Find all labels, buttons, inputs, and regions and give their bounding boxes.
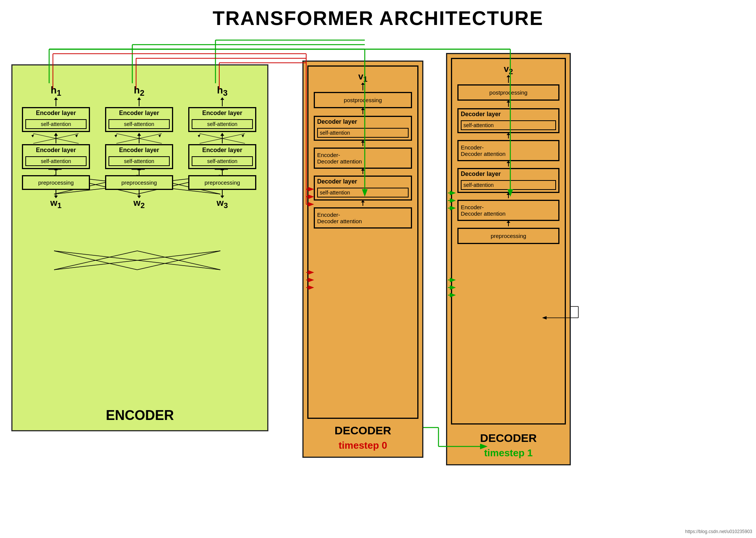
svg-marker-17 [54, 133, 58, 136]
svg-marker-20 [75, 134, 78, 137]
dec2-enc-dec-attention-bottom: Encoder-Decoder attention [457, 200, 559, 221]
enc-col1-header: h1 [20, 84, 92, 98]
decoder-2-block: v2 postprocessing Decoder layer self-att… [446, 53, 571, 465]
svg-marker-32 [242, 134, 244, 137]
enc-col3-layer2: Encoder layer self-attention [188, 107, 256, 132]
dec2-bottom-layer: Decoder layer self-attention [457, 168, 559, 193]
enc-col1-w: w1 [20, 197, 92, 210]
dec2-preprocessing: preprocessing [457, 228, 559, 244]
dec1-bottom-layer: Decoder layer self-attention [314, 176, 412, 201]
enc-col3-preprocessing: preprocessing [188, 175, 256, 190]
svg-marker-23 [137, 133, 141, 136]
svg-line-2 [54, 251, 137, 270]
enc-col2-header: h2 [103, 84, 175, 98]
svg-marker-27 [115, 134, 117, 137]
enc-col2-layer1: Encoder layer self-attention [105, 144, 173, 169]
svg-line-4 [54, 251, 220, 270]
svg-marker-21 [31, 134, 34, 137]
enc-col3-layer1: Encoder layer self-attention [188, 144, 256, 169]
enc-col2-layer2: Encoder layer self-attention [105, 107, 173, 132]
svg-line-1 [54, 251, 220, 270]
dec2-v-label: v2 [504, 64, 513, 76]
svg-marker-29 [220, 133, 224, 136]
enc-col1-preprocessing: preprocessing [22, 175, 90, 190]
svg-line-5 [137, 251, 220, 270]
diagram-area: h1 Encoder layer self-attention [0, 30, 756, 538]
encoder-label: ENCODER [12, 407, 267, 423]
enc-col2-w: w2 [103, 197, 175, 210]
dec1-v-label: v1 [358, 71, 367, 84]
enc-col1-layer2: Encoder layer self-attention [22, 107, 90, 132]
enc-col1-layer1: Encoder layer self-attention [22, 144, 90, 169]
enc-col3-header: h3 [186, 84, 258, 98]
decoder-1-label: DECODER [304, 424, 422, 437]
enc-col3-w: w3 [186, 197, 258, 210]
svg-marker-26 [158, 134, 161, 137]
dec1-enc-dec-attention-bottom: Encoder-Decoder attention [314, 207, 412, 229]
decoder-1-block: v1 postprocessing Decoder layer self-att… [302, 61, 423, 458]
dec1-top-layer: Decoder layer self-attention [314, 116, 412, 141]
dec2-postprocessing: postprocessing [457, 84, 559, 101]
dec2-enc-dec-attention-top: Encoder-Decoder attention [457, 140, 559, 161]
dec2-top-layer: Decoder layer self-attention [457, 108, 559, 133]
svg-marker-33 [198, 134, 200, 137]
decoder-2-timestep: timestep 1 [447, 447, 570, 459]
decoder-2-label: DECODER [447, 432, 570, 445]
enc-col2-preprocessing: preprocessing [105, 175, 173, 190]
dec1-postprocessing: postprocessing [314, 92, 412, 108]
watermark: https://blog.csdn.net/u010235903 [685, 529, 752, 534]
encoder-block: h1 Encoder layer self-attention [11, 64, 268, 431]
dec1-enc-dec-attention-top: Encoder-Decoder attention [314, 148, 412, 169]
svg-line-3 [137, 251, 220, 270]
svg-line-0 [54, 251, 137, 270]
decoder-1-timestep: timestep 0 [304, 440, 422, 451]
main-title: TRANSFORMER ARCHITECTURE [0, 0, 756, 30]
